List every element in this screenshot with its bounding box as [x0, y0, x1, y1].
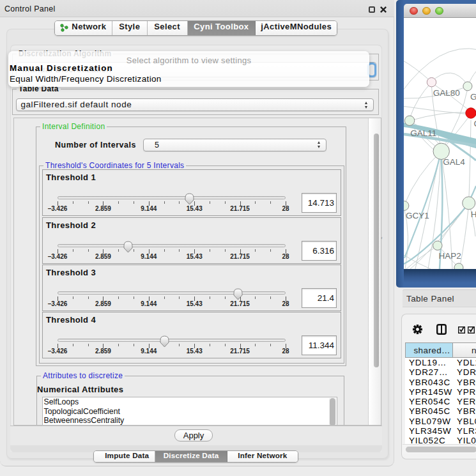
- svg-text:GAL11: GAL11: [410, 128, 436, 138]
- svg-text:GAL80: GAL80: [433, 88, 460, 98]
- svg-text:H: H: [471, 210, 476, 219]
- svg-text:GCY1: GCY1: [406, 211, 429, 220]
- svg-text:GA: GA: [470, 92, 476, 102]
- svg-text:HAP2: HAP2: [438, 251, 461, 261]
- svg-text:C: C: [474, 119, 476, 128]
- svg-text:GAL4: GAL4: [443, 157, 465, 167]
